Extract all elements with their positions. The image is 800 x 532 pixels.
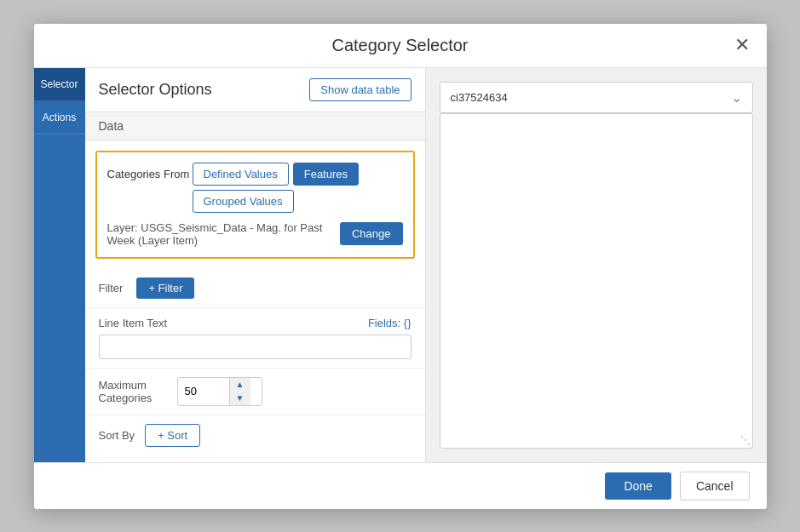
main-content: Selector Options Show data table Data Ca… xyxy=(85,68,767,462)
preview-dropdown[interactable]: ci37524634 ⌄ xyxy=(440,82,753,113)
spin-down-button[interactable]: ▼ xyxy=(230,392,250,405)
dialog-footer: Done Cancel xyxy=(34,462,767,509)
max-categories-section: MaximumCategories ▲ ▼ xyxy=(85,369,425,415)
filter-label: Filter xyxy=(99,282,124,295)
line-item-input[interactable] xyxy=(99,335,412,359)
sidebar: Selector Actions xyxy=(34,68,85,462)
layer-text: Layer: USGS_Seismic_Data - Mag. for Past… xyxy=(107,221,329,247)
dropdown-value: ci37524634 xyxy=(451,91,508,104)
data-section-label: Data xyxy=(85,112,425,140)
categories-row: Categories From Defined Values Features … xyxy=(107,163,403,213)
cancel-button[interactable]: Cancel xyxy=(680,472,750,501)
dialog-title: Category Selector xyxy=(331,36,468,55)
options-panel: Selector Options Show data table Data Ca… xyxy=(85,68,426,462)
grouped-values-button[interactable]: Grouped Values xyxy=(193,190,294,213)
max-cat-row: MaximumCategories ▲ ▼ xyxy=(99,377,412,406)
add-filter-button[interactable]: + Filter xyxy=(136,277,194,299)
options-header: Selector Options Show data table xyxy=(85,68,425,112)
close-button[interactable]: ✕ xyxy=(731,32,753,58)
dialog-header: Category Selector ✕ xyxy=(34,24,767,68)
line-item-header: Line Item Text Fields: {} xyxy=(99,317,412,329)
line-item-section: Line Item Text Fields: {} xyxy=(85,308,425,369)
features-button[interactable]: Features xyxy=(293,163,359,186)
categories-section: Categories From Defined Values Features … xyxy=(95,151,415,259)
preview-box: ⋱ xyxy=(440,113,753,449)
done-button[interactable]: Done xyxy=(605,472,671,500)
sidebar-item-actions[interactable]: Actions xyxy=(34,101,85,134)
fields-link[interactable]: Fields: {} xyxy=(368,317,412,329)
resize-handle-icon: ⋱ xyxy=(740,434,751,446)
sort-label: Sort By xyxy=(99,429,135,442)
chevron-down-icon: ⌄ xyxy=(731,89,742,106)
dialog-backdrop: Category Selector ✕ Selector Actions xyxy=(0,0,800,532)
content-area: Selector Options Show data table Data Ca… xyxy=(85,68,767,462)
dialog-body: Selector Actions Selector Options Show d… xyxy=(34,68,767,462)
defined-values-button[interactable]: Defined Values xyxy=(193,163,289,186)
add-sort-button[interactable]: + Sort xyxy=(145,424,200,447)
sort-row: Sort By + Sort xyxy=(99,424,412,447)
show-data-table-button[interactable]: Show data table xyxy=(309,78,411,101)
max-categories-input[interactable] xyxy=(178,380,229,402)
sidebar-item-selector[interactable]: Selector xyxy=(34,68,85,101)
layer-info: Layer: USGS_Seismic_Data - Mag. for Past… xyxy=(107,221,403,247)
change-button[interactable]: Change xyxy=(340,222,403,245)
filter-section: Filter + Filter xyxy=(85,269,425,308)
preview-panel: ci37524634 ⌄ ⋱ xyxy=(426,68,767,462)
spinbox-buttons: ▲ ▼ xyxy=(229,378,250,405)
preview-container: ci37524634 ⌄ ⋱ xyxy=(440,82,753,449)
line-item-label: Line Item Text xyxy=(99,317,168,329)
dialog: Category Selector ✕ Selector Actions xyxy=(34,24,767,509)
categories-from-label: Categories From xyxy=(107,163,184,180)
options-title: Selector Options xyxy=(99,81,212,99)
max-categories-label: MaximumCategories xyxy=(99,379,167,404)
max-categories-spinbox: ▲ ▼ xyxy=(177,377,262,406)
categories-buttons: Defined Values Features Grouped Values xyxy=(193,163,403,213)
spin-up-button[interactable]: ▲ xyxy=(230,378,250,392)
sort-section: Sort By + Sort xyxy=(85,415,425,455)
